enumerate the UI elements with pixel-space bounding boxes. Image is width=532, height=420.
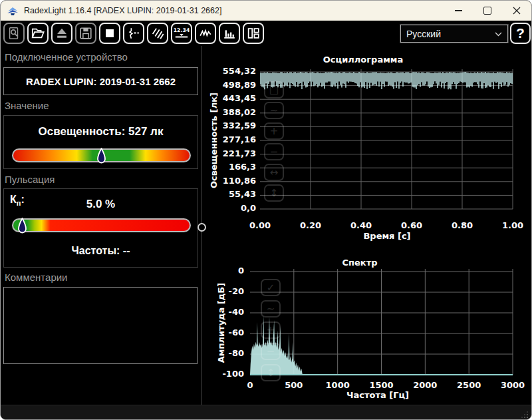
illuminance-value: Освещенность: 527 лк [4,125,198,138]
waveform-marker-icon [126,26,141,41]
oscillogram-zoom-in-button[interactable]: + [264,122,284,140]
help-button[interactable]: ? [510,23,531,44]
device-name: RADEX LUPIN: 2019-01-31 2662 [26,76,176,87]
pulsation-scale-bar [12,218,191,232]
pulsation-box: Кп: 5.0 % Частоты: -- [3,188,198,268]
value-box: Освещенность: 527 лк [3,115,198,169]
window-title: RadexLight 1.16.4 [RADEX LUPIN: 2019-01-… [24,6,221,15]
spectrum-y-tick: -20 [229,286,245,296]
spectrum-apply-button[interactable]: ✓ [261,279,281,296]
spectrum-view-button[interactable] [219,23,240,44]
spectrum-y-tick: -100 [222,369,244,379]
help-label: ? [516,25,525,41]
save-file-button[interactable] [75,23,96,44]
status-bar [1,405,531,420]
spectrum-y-tick: -60 [229,327,245,337]
oscillogram-region-select-button[interactable]: □ [264,81,284,99]
oscillogram-y-tick: 110,86 [223,176,256,186]
pulsation-marker [18,218,27,236]
light-rays-button[interactable] [147,23,168,44]
app-window: RadexLight 1.16.4 [RADEX LUPIN: 2019-01-… [0,0,532,420]
spectrum-y-tick: -40 [229,307,245,317]
eject-icon [55,26,69,41]
resize-grip[interactable] [521,411,528,418]
language-value: Русский [406,29,441,39]
illuminance-marker [97,148,106,166]
oscillogram-fit-height-button[interactable]: ↕ [264,184,284,202]
numeric-icon-label: 12.34 [174,27,190,33]
comments-input[interactable] [3,287,198,364]
spectrum-x-tick: 0 [247,380,253,390]
spectrum-x-tick: 1500 [369,380,393,390]
layout-panels-button[interactable] [243,23,264,44]
floppy-save-icon [78,26,93,41]
oscillogram-y-tick: 55,43 [229,189,256,199]
spectrum-autoscale-button[interactable]: ~ [261,300,281,317]
search-icon [7,26,21,41]
close-icon [513,7,521,15]
oscillogram-y-tick: 554,32 [223,66,256,76]
oscillogram-y-tick: 388,02 [223,107,256,117]
oscillogram-y-tick: 498,89 [223,80,256,90]
measurement-marker-button[interactable] [123,23,144,44]
spectrum-x-tick: 2000 [413,380,437,390]
histogram-icon [222,26,237,41]
device-section-header: Подключенное устройство [5,51,128,63]
illuminance-scale-bar [12,148,191,162]
oscillogram-ylabel: Освещенность [лк] [209,93,219,188]
oscillogram-autoscale-button[interactable]: ~ [264,102,284,119]
splitter-grip[interactable] [198,223,206,232]
kp-value: 5.0 % [4,198,198,211]
numeric-display-button[interactable]: 12.34 [171,23,192,44]
language-select[interactable]: Русский [400,25,508,43]
spectrum-zoom-in-button[interactable]: + [261,321,281,339]
oscillogram-xlabel: Время [с] [363,231,410,241]
minimize-button[interactable] [444,1,473,21]
device-box: RADEX LUPIN: 2019-01-31 2662 [3,67,198,95]
maximize-icon [483,7,491,15]
pulsation-section-header: Пульсация [5,174,55,185]
oscillogram-fit-width-button[interactable]: ↔ [264,164,284,181]
oscillogram-y-tick: 166,3 [229,162,256,172]
oscillogram-x-tick: 0.40 [350,220,372,230]
spectrum-xlabel: Частота [Гц] [346,390,409,400]
oscillogram-x-tick: 1.00 [502,220,523,230]
spectrum-zoom-out-button[interactable]: − [261,343,281,360]
spectrum-x-tick: 3000 [501,380,525,390]
maximize-button[interactable] [473,1,502,21]
spectrum-title: Спектр [342,258,377,268]
oscillogram-x-tick: 0.20 [300,220,321,230]
oscillogram-zoom-out-button[interactable]: − [264,143,284,160]
stop-measurement-button[interactable] [99,23,120,44]
open-file-button[interactable] [27,23,49,44]
oscillogram-y-tick: 221,73 [223,148,256,158]
oscillogram-y-tick: 332,59 [223,120,256,130]
minimize-icon [455,10,462,11]
layout-icon [246,26,261,41]
close-button[interactable] [502,1,531,21]
title-bar: RadexLight 1.16.4 [RADEX LUPIN: 2019-01-… [1,1,531,21]
spectrum-fit-height-button[interactable]: ↕ [261,364,281,381]
spectrum-y-tick: -80 [229,348,245,358]
value-section-header: Значение [5,100,49,111]
line-chart-icon [198,26,213,41]
oscillogram-x-tick: 0.60 [401,220,422,230]
spectrum-x-tick: 2500 [457,380,481,390]
oscillogram-waveform [261,72,512,89]
comments-section-header: Комментарии [5,272,67,283]
eject-device-button[interactable] [51,23,72,44]
oscillogram-view-button[interactable] [195,23,216,44]
frequencies-value: Частоты: -- [4,245,198,257]
spectrum-ylabel: Амплитуда [дБ] [216,283,226,363]
open-folder-icon [31,26,45,41]
spectrum-x-tick: 1000 [326,380,350,390]
stop-icon [102,26,117,41]
app-icon [7,5,19,17]
preview-search-button[interactable] [3,23,25,44]
toolbar: 12.34 [1,21,531,46]
oscillogram-y-tick: 443,45 [223,93,256,103]
oscillogram-x-tick: 0.80 [452,220,473,230]
spectrum-x-tick: 500 [285,380,303,390]
chevron-down-icon [495,32,502,37]
spectrum-y-tick: 0 [238,266,244,276]
